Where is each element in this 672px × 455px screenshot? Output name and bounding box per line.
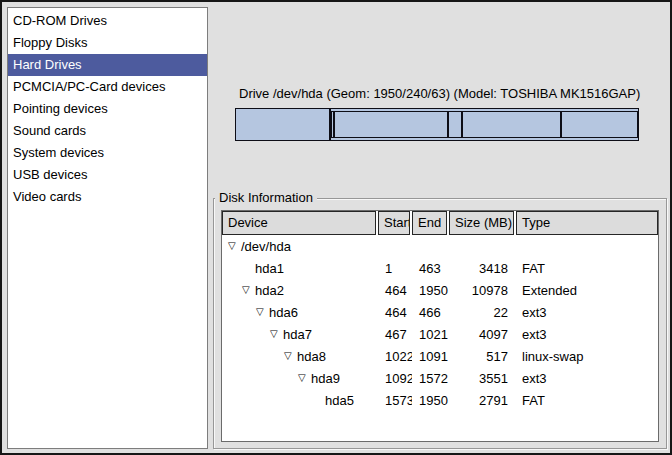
table-body: ▽ /dev/hda ▽ hda1 1 463 3418 FAT ▽ hda2 … [222,235,658,411]
start-cell: 1092 [378,371,412,386]
sidebar-item-video-cards[interactable]: Video cards [8,186,207,208]
device-category-list: CD-ROM Drives Floppy Disks Hard Drives P… [7,7,208,449]
device-name: hda7 [283,327,312,342]
end-cell: 1950 [412,283,449,298]
table-row-dev-hda[interactable]: ▽ /dev/hda [222,235,658,257]
start-cell: 1 [378,261,412,276]
expander-triangle-icon[interactable]: ▽ [284,351,294,361]
device-cell: ▽ hda8 [222,349,378,364]
end-cell: 466 [412,305,449,320]
end-cell: 1091 [412,349,449,364]
start-cell: 1022 [378,349,412,364]
sidebar-item-label: USB devices [13,167,87,182]
device-name: hda2 [255,283,284,298]
sidebar-item-label: Sound cards [13,123,86,138]
table-row-hda6[interactable]: ▽ hda6 464 466 22 ext3 [222,301,658,323]
extended-partition-hda2 [331,111,638,138]
device-name: hda9 [311,371,340,386]
column-header-device[interactable]: Device [222,211,376,235]
device-name: hda5 [325,393,354,408]
device-cell: ▽ hda2 [222,283,378,298]
sidebar-item-label: Hard Drives [13,57,82,72]
device-cell: ▽ hda6 [222,305,378,320]
sidebar-item-floppy-disks[interactable]: Floppy Disks [8,32,207,54]
size-cell: 4097 [449,327,516,342]
size-cell: 22 [449,305,516,320]
disk-information-frame-label: Disk Information [215,190,317,205]
device-name: hda8 [297,349,326,364]
sidebar-item-usb-devices[interactable]: USB devices [8,164,207,186]
size-cell: 2791 [449,393,516,408]
device-cell: ▽ hda5 [222,393,378,408]
table-row-hda5[interactable]: ▽ hda5 1573 1950 2791 FAT [222,389,658,411]
expander-triangle-icon[interactable]: ▽ [270,329,280,339]
sidebar-item-label: PCMCIA/PC-Card devices [13,79,165,94]
column-header-type[interactable]: Type [516,211,658,235]
start-cell: 1573 [378,393,412,408]
expander-triangle-icon[interactable]: ▽ [256,307,266,317]
end-cell: 1021 [412,327,449,342]
device-name: /dev/hda [241,239,291,254]
partition-segment-hda1 [236,109,331,140]
type-cell: ext3 [516,371,658,386]
sidebar-item-pointing-devices[interactable]: Pointing devices [8,98,207,120]
type-cell: ext3 [516,305,658,320]
size-cell: 517 [449,349,516,364]
size-cell: 3418 [449,261,516,276]
device-cell: ▽ hda1 [222,261,378,276]
size-cell: 10978 [449,283,516,298]
device-name: hda6 [269,305,298,320]
partition-segment-hda7 [333,112,447,137]
table-header-row: Device Start End Size (MB) Type [222,211,658,235]
column-header-end[interactable]: End [412,211,447,235]
end-cell: 463 [412,261,449,276]
column-header-start[interactable]: Start [378,211,410,235]
device-name: hda1 [255,261,284,276]
type-cell: FAT [516,261,658,276]
sidebar-item-cd-rom-drives[interactable]: CD-ROM Drives [8,10,207,32]
sidebar-item-label: CD-ROM Drives [13,13,107,28]
drive-title: Drive /dev/hda (Geom: 1950/240/63) (Mode… [239,86,640,101]
table-row-hda2[interactable]: ▽ hda2 464 1950 10978 Extended [222,279,658,301]
disk-information-table: Device Start End Size (MB) Type ▽ /dev/h… [221,210,659,442]
device-cell: ▽ hda9 [222,371,378,386]
sidebar-item-label: Floppy Disks [13,35,87,50]
expander-triangle-icon[interactable]: ▽ [298,373,308,383]
table-row-hda9[interactable]: ▽ hda9 1092 1572 3551 ext3 [222,367,658,389]
device-cell: ▽ /dev/hda [222,239,378,254]
size-cell: 3551 [449,371,516,386]
table-row-hda7[interactable]: ▽ hda7 467 1021 4097 ext3 [222,323,658,345]
start-cell: 464 [378,305,412,320]
type-cell: FAT [516,393,658,408]
start-cell: 464 [378,283,412,298]
partition-segment-hda5 [560,112,637,137]
sidebar-item-label: Video cards [13,189,81,204]
column-header-size-mb[interactable]: Size (MB) [449,211,514,235]
sidebar-item-label: System devices [13,145,104,160]
type-cell: ext3 [516,327,658,342]
type-cell: Extended [516,283,658,298]
sidebar-item-sound-cards[interactable]: Sound cards [8,120,207,142]
sidebar-item-hard-drives[interactable]: Hard Drives [8,54,207,76]
type-cell: linux-swap [516,349,658,364]
sidebar-item-label: Pointing devices [13,101,108,116]
partition-bar [235,108,639,141]
hardware-browser-window: CD-ROM Drives Floppy Disks Hard Drives P… [0,0,672,455]
expander-triangle-icon[interactable]: ▽ [228,241,238,251]
disk-information-frame: Disk Information Device Start End Size (… [213,198,667,449]
start-cell: 467 [378,327,412,342]
device-cell: ▽ hda7 [222,327,378,342]
end-cell: 1572 [412,371,449,386]
table-row-hda1[interactable]: ▽ hda1 1 463 3418 FAT [222,257,658,279]
expander-triangle-icon[interactable]: ▽ [242,285,252,295]
partition-segment-hda8 [447,112,461,137]
table-row-hda8[interactable]: ▽ hda8 1022 1091 517 linux-swap [222,345,658,367]
end-cell: 1950 [412,393,449,408]
sidebar-item-system-devices[interactable]: System devices [8,142,207,164]
partition-segment-hda9 [461,112,560,137]
sidebar-item-pcmcia-pc-card-devices[interactable]: PCMCIA/PC-Card devices [8,76,207,98]
